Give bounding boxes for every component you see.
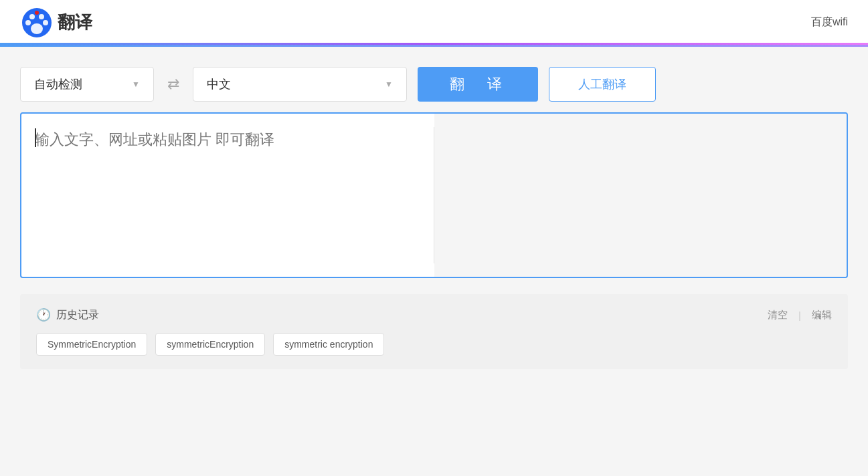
history-items-list: SymmetricEncryptionsymmetricEncryptionsy… (36, 333, 832, 356)
svg-point-2 (39, 14, 44, 19)
svg-point-1 (29, 14, 35, 19)
logo: 翻译 (20, 6, 92, 39)
source-text-input[interactable] (21, 114, 434, 274)
source-language-label: 自动检测 (34, 76, 82, 92)
history-actions: 清空 | 编辑 (768, 309, 832, 322)
source-language-selector[interactable]: 自动检测 ▼ (20, 67, 154, 102)
history-item[interactable]: symmetricEncryption (155, 333, 265, 356)
input-panel (21, 114, 434, 277)
target-lang-chevron-icon: ▼ (385, 80, 393, 89)
clear-history-button[interactable]: 清空 (768, 309, 788, 322)
translate-button[interactable]: 翻 译 (418, 67, 538, 102)
history-clock-icon: 🕐 (36, 308, 51, 322)
output-panel (434, 114, 847, 277)
swap-languages-button[interactable]: ⇄ (165, 73, 182, 96)
svg-point-6 (35, 11, 39, 15)
baidu-logo-icon (20, 6, 54, 39)
svg-point-3 (25, 20, 31, 25)
svg-point-5 (31, 23, 43, 34)
header: 翻译 百度wifi (0, 0, 868, 47)
language-controls: 自动检测 ▼ ⇄ 中文 ▼ 翻 译 人工翻译 (20, 67, 848, 102)
target-language-label: 中文 (207, 76, 231, 92)
manual-translate-button[interactable]: 人工翻译 (549, 67, 656, 102)
edit-history-button[interactable]: 编辑 (812, 309, 832, 322)
history-header: 🕐 历史记录 清空 | 编辑 (36, 308, 832, 322)
svg-point-4 (43, 20, 48, 25)
logo-text: 翻译 (58, 11, 92, 34)
translator-area (20, 112, 848, 278)
text-cursor (35, 128, 36, 147)
target-language-selector[interactable]: 中文 ▼ (193, 67, 407, 102)
header-wifi-label: 百度wifi (811, 15, 848, 29)
history-section: 🕐 历史记录 清空 | 编辑 SymmetricEncryptionsymmet… (20, 294, 848, 369)
history-item[interactable]: SymmetricEncryption (36, 333, 147, 356)
history-title-label: 历史记录 (56, 308, 99, 322)
history-title: 🕐 历史记录 (36, 308, 99, 322)
history-action-divider: | (798, 310, 801, 321)
source-lang-chevron-icon: ▼ (132, 80, 140, 89)
swap-icon: ⇄ (167, 76, 179, 92)
history-item[interactable]: symmetric encryption (273, 333, 384, 356)
main-content: 自动检测 ▼ ⇄ 中文 ▼ 翻 译 人工翻译 🕐 历史记录 清空 (0, 47, 868, 389)
